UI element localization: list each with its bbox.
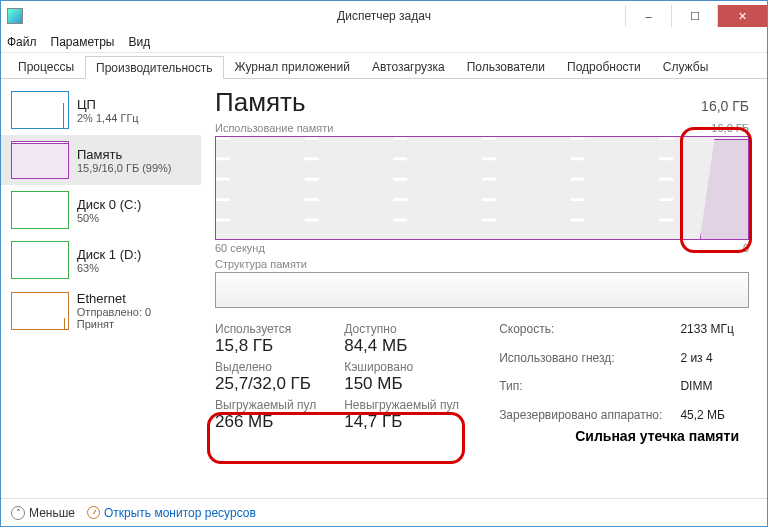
info-slots-label: Использовано гнезд:	[499, 351, 662, 376]
sidebar: ЦП 2% 1,44 ГГц Память 15,9/16,0 ГБ (99%)…	[1, 79, 201, 498]
taskmgr-window: Диспетчер задач – ☐ ✕ Файл Параметры Вид…	[0, 0, 768, 527]
tab-details[interactable]: Подробности	[556, 55, 652, 78]
tab-processes[interactable]: Процессы	[7, 55, 85, 78]
sidebar-item-label: Память	[77, 147, 172, 162]
chart-timespan-end: 0	[743, 242, 749, 254]
tab-app-history[interactable]: Журнал приложений	[224, 55, 361, 78]
struct-label: Структура памяти	[215, 258, 749, 270]
stat-nonpaged-label: Невыгружаемый пул	[344, 398, 459, 412]
main-panel: Память 16,0 ГБ Использование памяти 16,0…	[201, 79, 767, 498]
window-controls: – ☐ ✕	[625, 5, 767, 27]
sidebar-item-memory[interactable]: Память 15,9/16,0 ГБ (99%)	[1, 135, 201, 185]
info-type-label: Тип:	[499, 379, 662, 404]
page-title: Память	[215, 87, 306, 118]
chart-timespan: 60 секунд	[215, 242, 265, 254]
stat-avail-value: 84,4 МБ	[344, 336, 459, 356]
info-speed-label: Скорость:	[499, 322, 662, 347]
menu-view[interactable]: Вид	[128, 35, 150, 49]
stat-used-value: 15,8 ГБ	[215, 336, 316, 356]
stat-used-label: Используется	[215, 322, 316, 336]
memory-composition-chart[interactable]	[215, 272, 749, 308]
tabs: Процессы Производительность Журнал прило…	[1, 53, 767, 79]
sidebar-item-sub: 2% 1,44 ГГц	[77, 112, 139, 124]
sidebar-item-sub: Отправлено: 0 Принят	[77, 306, 191, 330]
ethernet-thumb-icon	[11, 292, 69, 330]
info-speed-value: 2133 МГц	[680, 322, 733, 347]
stats-block: Используется15,8 ГБ Доступно84,4 МБ Выде…	[215, 322, 749, 432]
resource-monitor-icon	[87, 506, 100, 519]
menubar: Файл Параметры Вид	[1, 31, 767, 53]
fewer-details-button[interactable]: ˄ Меньше	[11, 506, 75, 520]
stat-commit-label: Выделено	[215, 360, 316, 374]
sidebar-item-sub: 15,9/16,0 ГБ (99%)	[77, 162, 172, 174]
memory-total: 16,0 ГБ	[701, 98, 749, 114]
stat-paged-label: Выгружаемый пул	[215, 398, 316, 412]
sidebar-item-label: ЦП	[77, 97, 139, 112]
maximize-button[interactable]: ☐	[671, 5, 717, 27]
titlebar[interactable]: Диспетчер задач – ☐ ✕	[1, 1, 767, 31]
info-slots-value: 2 из 4	[680, 351, 733, 376]
memory-usage-chart[interactable]	[215, 136, 749, 240]
sidebar-item-sub: 63%	[77, 262, 141, 274]
chevron-up-icon: ˄	[11, 506, 25, 520]
disk-thumb-icon	[11, 191, 69, 229]
stat-cached-label: Кэшировано	[344, 360, 459, 374]
stat-commit-value: 25,7/32,0 ГБ	[215, 374, 316, 394]
statusbar: ˄ Меньше Открыть монитор ресурсов	[1, 498, 767, 526]
close-button[interactable]: ✕	[717, 5, 767, 27]
stat-nonpaged-value: 14,7 ГБ	[344, 412, 459, 432]
chart-grid	[216, 137, 748, 239]
tab-services[interactable]: Службы	[652, 55, 719, 78]
tab-performance[interactable]: Производительность	[85, 56, 223, 79]
cpu-thumb-icon	[11, 91, 69, 129]
menu-file[interactable]: Файл	[7, 35, 37, 49]
usage-chart-max: 16,0 ГБ	[711, 122, 749, 134]
sidebar-item-cpu[interactable]: ЦП 2% 1,44 ГГц	[1, 85, 201, 135]
sidebar-item-disk1[interactable]: Диск 1 (D:) 63%	[1, 235, 201, 285]
menu-options[interactable]: Параметры	[51, 35, 115, 49]
app-icon	[7, 8, 23, 24]
info-type-value: DIMM	[680, 379, 733, 404]
sidebar-item-label: Ethernet	[77, 291, 191, 306]
resource-monitor-label: Открыть монитор ресурсов	[104, 506, 256, 520]
minimize-button[interactable]: –	[625, 5, 671, 27]
sidebar-item-ethernet[interactable]: Ethernet Отправлено: 0 Принят	[1, 285, 201, 336]
stat-avail-label: Доступно	[344, 322, 459, 336]
memory-thumb-icon	[11, 141, 69, 179]
content: ЦП 2% 1,44 ГГц Память 15,9/16,0 ГБ (99%)…	[1, 79, 767, 498]
usage-chart-label: Использование памяти	[215, 122, 333, 134]
annotation-text: Сильная утечка памяти	[575, 428, 739, 444]
sidebar-item-disk0[interactable]: Диск 0 (C:) 50%	[1, 185, 201, 235]
resource-monitor-link[interactable]: Открыть монитор ресурсов	[87, 506, 256, 520]
fewer-details-label: Меньше	[29, 506, 75, 520]
sidebar-item-sub: 50%	[77, 212, 141, 224]
sidebar-item-label: Диск 1 (D:)	[77, 247, 141, 262]
stat-paged-value: 266 МБ	[215, 412, 316, 432]
sidebar-item-label: Диск 0 (C:)	[77, 197, 141, 212]
disk-thumb-icon	[11, 241, 69, 279]
window-title: Диспетчер задач	[337, 9, 431, 23]
tab-users[interactable]: Пользователи	[456, 55, 556, 78]
stat-cached-value: 150 МБ	[344, 374, 459, 394]
tab-startup[interactable]: Автозагрузка	[361, 55, 456, 78]
